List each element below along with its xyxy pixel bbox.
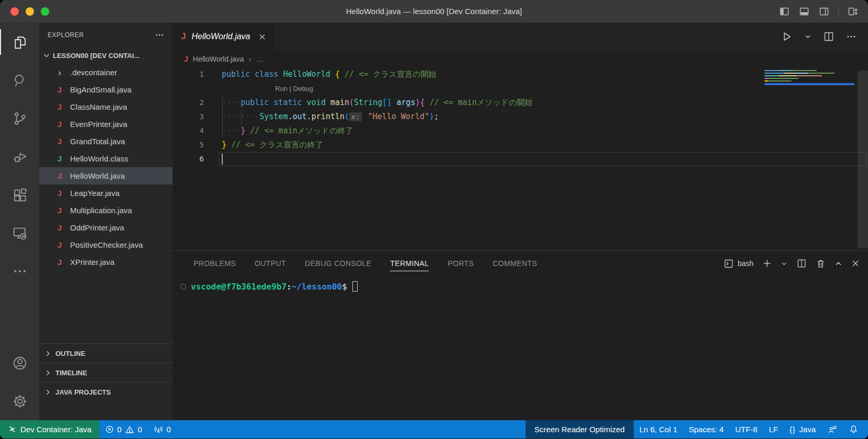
- sidebar-sections: OUTLINE TIMELINE JAVA PROJECTS: [39, 343, 173, 420]
- breadcrumb-file[interactable]: HelloWorld.java: [193, 55, 244, 63]
- code-token: static: [273, 98, 306, 107]
- file-item-classname-java[interactable]: JClassName.java: [39, 98, 173, 115]
- window-title: HelloWorld.java — lesson00 [Dev Containe…: [346, 7, 522, 16]
- indentation-indicator[interactable]: Spaces: 4: [683, 420, 729, 438]
- search-icon[interactable]: [0, 61, 39, 99]
- panel-tab-problems[interactable]: PROBLEMS: [193, 251, 236, 276]
- code-line-4[interactable]: 4····} // <= mainメソッドの終了: [173, 124, 868, 138]
- workspace-root-folder[interactable]: LESSON00 [DEV CONTAI...: [39, 47, 173, 64]
- file-item-oddprinter-java[interactable]: JOddPrinter.java: [39, 219, 173, 236]
- split-editor-icon[interactable]: [823, 31, 835, 42]
- feedback-indicator[interactable]: [821, 420, 843, 438]
- toggle-panel-icon[interactable]: [798, 6, 810, 17]
- terminal[interactable]: vscode@f7b361ede9b7 : ~/lesson00 $: [173, 276, 868, 420]
- extensions-icon[interactable]: [0, 176, 39, 214]
- panel-tab-comments[interactable]: COMMENTS: [493, 251, 537, 276]
- code-line-6[interactable]: 6: [173, 152, 868, 166]
- file-item-helloworld-java[interactable]: JHelloWorld.java: [39, 167, 173, 184]
- new-terminal-icon[interactable]: [762, 259, 772, 268]
- titlebar: HelloWorld.java — lesson00 [Dev Containe…: [0, 0, 868, 23]
- more-actions-icon[interactable]: [846, 31, 856, 42]
- close-window-button[interactable]: [10, 7, 19, 16]
- language-mode-indicator[interactable]: {} Java: [784, 420, 821, 438]
- codelens-run-debug[interactable]: Run | Debug: [173, 82, 868, 96]
- code-editor[interactable]: 1public class HelloWorld { // <= クラス宣言の開…: [173, 67, 868, 250]
- cursor-position-indicator[interactable]: Ln 6, Col 1: [634, 420, 683, 438]
- accounts-icon[interactable]: [0, 344, 39, 382]
- sidebar-title: EXPLORER: [48, 31, 84, 39]
- explorer-icon[interactable]: [0, 23, 39, 61]
- screen-reader-indicator[interactable]: Screen Reader Optimized: [526, 420, 634, 438]
- toggle-sidebar-icon[interactable]: [779, 6, 790, 17]
- code-token: public: [222, 70, 255, 79]
- section-java-projects[interactable]: JAVA PROJECTS: [39, 382, 173, 401]
- file-item-multiplication-java[interactable]: JMultiplication.java: [39, 202, 173, 219]
- panel-tab-ports[interactable]: PORTS: [448, 251, 474, 276]
- panel-tab-output[interactable]: OUTPUT: [255, 251, 286, 276]
- code-token: {: [335, 70, 345, 79]
- code-line-3[interactable]: 3········System.out.println(x: "Hello Wo…: [173, 110, 868, 124]
- more-views-icon[interactable]: [0, 252, 39, 290]
- run-and-debug-icon[interactable]: [0, 137, 39, 176]
- code-line-text: ····public static void main(String[] arg…: [222, 96, 532, 110]
- status-bar: Dev Container: Java 0 0 0 Screen Reader …: [0, 420, 868, 438]
- minimize-window-button[interactable]: [26, 7, 34, 16]
- section-outline[interactable]: OUTLINE: [39, 343, 173, 363]
- section-timeline[interactable]: TIMELINE: [39, 363, 173, 382]
- run-java-icon[interactable]: [780, 30, 793, 43]
- code-line-1[interactable]: 1public class HelloWorld { // <= クラス宣言の開…: [173, 67, 868, 82]
- remote-explorer-icon[interactable]: [0, 214, 39, 252]
- kill-terminal-trash-icon[interactable]: [816, 259, 826, 269]
- file-item-grandtotal-java[interactable]: JGrandTotal.java: [39, 133, 173, 150]
- notifications-indicator[interactable]: [843, 420, 868, 438]
- file-item-bigandsmall-java[interactable]: JBigAndSmall.java: [39, 81, 173, 98]
- java-file-icon: J: [55, 240, 64, 249]
- close-tab-icon[interactable]: [258, 33, 266, 41]
- minimap-line: [764, 80, 792, 82]
- panel-tab-debug-console[interactable]: DEBUG CONSOLE: [305, 251, 371, 276]
- code-token: ········: [222, 112, 259, 121]
- file-item-xprinter-java[interactable]: JXPrinter.java: [39, 253, 173, 271]
- file-item-positivechecker-java[interactable]: JPositiveChecker.java: [39, 236, 173, 253]
- vertical-scrollbar[interactable]: [858, 71, 868, 248]
- run-dropdown-chevron-icon[interactable]: [804, 33, 812, 40]
- breadcrumb[interactable]: J HelloWorld.java › …: [173, 50, 868, 67]
- shell-label: bash: [738, 259, 753, 268]
- customize-layout-icon[interactable]: [847, 6, 859, 17]
- code-line-2[interactable]: 2····public static void main(String[] ar…: [173, 96, 868, 110]
- terminal-shell-button[interactable]: bash: [724, 259, 753, 269]
- file-item-leapyear-java[interactable]: JLeapYear.java: [39, 184, 173, 202]
- braces-icon: {}: [790, 425, 795, 434]
- file-label: .devcontainer: [70, 68, 117, 77]
- toggle-secondary-sidebar-icon[interactable]: [818, 6, 830, 17]
- minimap-line: [764, 78, 798, 79]
- minimap[interactable]: [764, 70, 854, 85]
- maximize-panel-chevron-icon[interactable]: [835, 260, 842, 268]
- java-file-icon: J: [55, 189, 64, 198]
- code-token: .: [307, 112, 312, 121]
- problems-indicator[interactable]: 0 0: [99, 420, 148, 438]
- settings-gear-icon[interactable]: [0, 382, 39, 420]
- source-control-icon[interactable]: [0, 99, 39, 137]
- command-decoration-icon: [180, 284, 186, 290]
- tab-helloworld-java[interactable]: J HelloWorld.java: [173, 23, 275, 50]
- zoom-window-button[interactable]: [41, 7, 49, 16]
- code-line-5[interactable]: 5} // <= クラス宣言の終了: [173, 138, 868, 152]
- java-file-icon: J: [55, 102, 64, 111]
- explorer-more-actions-icon[interactable]: [155, 30, 164, 40]
- screen-reader-label: Screen Reader Optimized: [534, 425, 625, 434]
- eol-indicator[interactable]: LF: [763, 420, 784, 438]
- file-item-evenprinter-java[interactable]: JEvenPrinter.java: [39, 115, 173, 133]
- remote-indicator[interactable]: Dev Container: Java: [0, 420, 99, 438]
- line-number-gutter: [173, 82, 204, 96]
- terminal-dropdown-chevron-icon[interactable]: [781, 260, 787, 267]
- titlebar-actions: [779, 6, 868, 17]
- close-panel-icon[interactable]: [851, 259, 860, 268]
- breadcrumb-symbol[interactable]: …: [256, 55, 264, 63]
- file-item--devcontainer[interactable]: ›.devcontainer: [39, 64, 173, 81]
- encoding-indicator[interactable]: UTF-8: [729, 420, 763, 438]
- file-item-helloworld-class[interactable]: JHelloWorld.class: [39, 150, 173, 167]
- split-terminal-icon[interactable]: [796, 258, 807, 269]
- panel-tab-terminal[interactable]: TERMINAL: [390, 251, 429, 276]
- forwarded-ports-indicator[interactable]: 0: [148, 420, 177, 438]
